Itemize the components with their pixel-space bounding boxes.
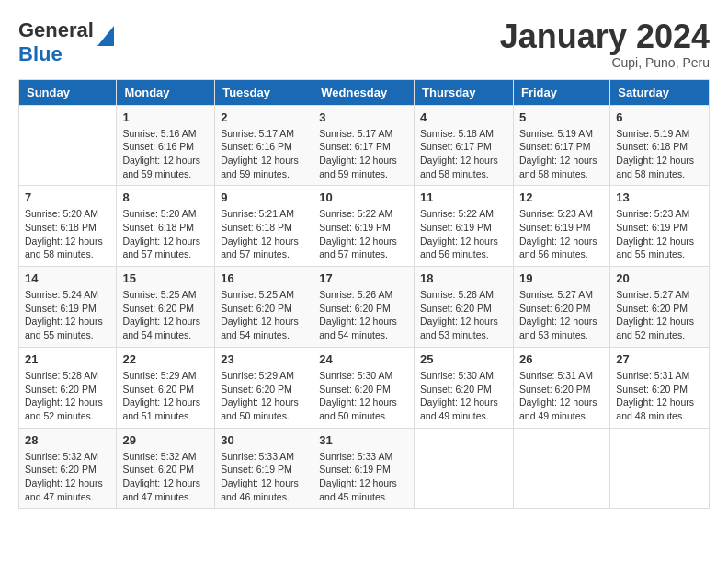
day-number: 5	[519, 110, 604, 124]
calendar-cell: 14 Sunrise: 5:24 AMSunset: 6:19 PMDaylig…	[19, 267, 117, 348]
month-title: January 2024	[500, 18, 710, 55]
day-number: 28	[25, 433, 110, 447]
day-info: Sunrise: 5:32 AMSunset: 6:20 PMDaylight:…	[25, 451, 103, 502]
calendar-cell: 24 Sunrise: 5:30 AMSunset: 6:20 PMDaylig…	[313, 347, 415, 428]
day-number: 15	[122, 271, 209, 285]
calendar-cell: 1 Sunrise: 5:16 AMSunset: 6:16 PMDayligh…	[117, 105, 215, 186]
day-number: 11	[420, 190, 507, 204]
day-number: 27	[616, 352, 703, 366]
calendar-cell	[513, 428, 609, 509]
day-info: Sunrise: 5:16 AMSunset: 6:16 PMDaylight:…	[122, 128, 200, 179]
day-number: 6	[616, 110, 703, 124]
day-number: 10	[319, 190, 408, 204]
week-row-4: 21 Sunrise: 5:28 AMSunset: 6:20 PMDaylig…	[19, 347, 710, 428]
calendar-cell: 15 Sunrise: 5:25 AMSunset: 6:20 PMDaylig…	[117, 267, 215, 348]
day-info: Sunrise: 5:30 AMSunset: 6:20 PMDaylight:…	[420, 370, 498, 421]
day-number: 4	[420, 110, 507, 124]
svg-marker-0	[97, 26, 114, 46]
day-info: Sunrise: 5:17 AMSunset: 6:17 PMDaylight:…	[319, 128, 397, 179]
day-number: 2	[221, 110, 307, 124]
calendar-cell: 2 Sunrise: 5:17 AMSunset: 6:16 PMDayligh…	[215, 105, 313, 186]
calendar-cell: 7 Sunrise: 5:20 AMSunset: 6:18 PMDayligh…	[19, 186, 117, 267]
day-info: Sunrise: 5:29 AMSunset: 6:20 PMDaylight:…	[122, 370, 200, 421]
calendar-cell: 29 Sunrise: 5:32 AMSunset: 6:20 PMDaylig…	[117, 428, 215, 509]
day-info: Sunrise: 5:18 AMSunset: 6:17 PMDaylight:…	[420, 128, 498, 179]
calendar-cell	[415, 428, 514, 509]
header-day-monday: Monday	[117, 79, 215, 105]
calendar-cell: 6 Sunrise: 5:19 AMSunset: 6:18 PMDayligh…	[610, 105, 710, 186]
calendar-cell: 20 Sunrise: 5:27 AMSunset: 6:20 PMDaylig…	[610, 267, 710, 348]
location-subtitle: Cupi, Puno, Peru	[500, 55, 710, 70]
day-number: 18	[420, 271, 507, 285]
calendar-cell: 28 Sunrise: 5:32 AMSunset: 6:20 PMDaylig…	[19, 428, 117, 509]
day-info: Sunrise: 5:20 AMSunset: 6:18 PMDaylight:…	[122, 208, 200, 259]
logo-icon	[97, 26, 114, 46]
day-number: 3	[319, 110, 408, 124]
calendar-cell: 21 Sunrise: 5:28 AMSunset: 6:20 PMDaylig…	[19, 347, 117, 428]
calendar-cell: 8 Sunrise: 5:20 AMSunset: 6:18 PMDayligh…	[117, 186, 215, 267]
header-day-wednesday: Wednesday	[313, 79, 415, 105]
calendar-cell: 9 Sunrise: 5:21 AMSunset: 6:18 PMDayligh…	[215, 186, 313, 267]
header-day-tuesday: Tuesday	[215, 79, 313, 105]
page-header: General Blue January 2024 Cupi, Puno, Pe…	[18, 18, 710, 70]
week-row-3: 14 Sunrise: 5:24 AMSunset: 6:19 PMDaylig…	[19, 267, 710, 348]
day-info: Sunrise: 5:26 AMSunset: 6:20 PMDaylight:…	[420, 289, 498, 340]
calendar-cell: 10 Sunrise: 5:22 AMSunset: 6:19 PMDaylig…	[313, 186, 415, 267]
day-info: Sunrise: 5:25 AMSunset: 6:20 PMDaylight:…	[122, 289, 200, 340]
header-day-sunday: Sunday	[19, 79, 117, 105]
day-info: Sunrise: 5:27 AMSunset: 6:20 PMDaylight:…	[519, 289, 597, 340]
day-info: Sunrise: 5:23 AMSunset: 6:19 PMDaylight:…	[519, 208, 597, 259]
day-info: Sunrise: 5:30 AMSunset: 6:20 PMDaylight:…	[319, 370, 397, 421]
logo-blue: Blue	[18, 42, 63, 65]
day-info: Sunrise: 5:33 AMSunset: 6:19 PMDaylight:…	[319, 451, 397, 502]
day-info: Sunrise: 5:26 AMSunset: 6:20 PMDaylight:…	[319, 289, 397, 340]
calendar-cell: 30 Sunrise: 5:33 AMSunset: 6:19 PMDaylig…	[215, 428, 313, 509]
day-info: Sunrise: 5:24 AMSunset: 6:19 PMDaylight:…	[25, 289, 103, 340]
day-number: 22	[122, 352, 209, 366]
calendar-cell	[610, 428, 710, 509]
logo-general: General	[18, 18, 94, 41]
day-info: Sunrise: 5:28 AMSunset: 6:20 PMDaylight:…	[25, 370, 103, 421]
day-number: 23	[221, 352, 307, 366]
day-number: 13	[616, 190, 703, 204]
calendar-cell: 3 Sunrise: 5:17 AMSunset: 6:17 PMDayligh…	[313, 105, 415, 186]
day-number: 31	[319, 433, 408, 447]
day-info: Sunrise: 5:33 AMSunset: 6:19 PMDaylight:…	[221, 451, 299, 502]
header-day-saturday: Saturday	[610, 79, 710, 105]
day-number: 17	[319, 271, 408, 285]
day-number: 30	[221, 433, 307, 447]
day-info: Sunrise: 5:19 AMSunset: 6:18 PMDaylight:…	[616, 128, 694, 179]
calendar-cell: 18 Sunrise: 5:26 AMSunset: 6:20 PMDaylig…	[415, 267, 514, 348]
calendar-cell	[19, 105, 117, 186]
day-info: Sunrise: 5:31 AMSunset: 6:20 PMDaylight:…	[519, 370, 597, 421]
day-number: 29	[122, 433, 209, 447]
calendar-cell: 31 Sunrise: 5:33 AMSunset: 6:19 PMDaylig…	[313, 428, 415, 509]
calendar-cell: 25 Sunrise: 5:30 AMSunset: 6:20 PMDaylig…	[415, 347, 514, 428]
day-number: 8	[122, 190, 209, 204]
day-info: Sunrise: 5:17 AMSunset: 6:16 PMDaylight:…	[221, 128, 299, 179]
calendar-cell: 22 Sunrise: 5:29 AMSunset: 6:20 PMDaylig…	[117, 347, 215, 428]
header-day-thursday: Thursday	[415, 79, 514, 105]
day-info: Sunrise: 5:19 AMSunset: 6:17 PMDaylight:…	[519, 128, 597, 179]
calendar-cell: 16 Sunrise: 5:25 AMSunset: 6:20 PMDaylig…	[215, 267, 313, 348]
day-number: 21	[25, 352, 110, 366]
calendar-cell: 27 Sunrise: 5:31 AMSunset: 6:20 PMDaylig…	[610, 347, 710, 428]
week-row-2: 7 Sunrise: 5:20 AMSunset: 6:18 PMDayligh…	[19, 186, 710, 267]
calendar-table: SundayMondayTuesdayWednesdayThursdayFrid…	[18, 79, 710, 510]
day-number: 12	[519, 190, 604, 204]
day-info: Sunrise: 5:32 AMSunset: 6:20 PMDaylight:…	[122, 451, 200, 502]
day-number: 20	[616, 271, 703, 285]
day-info: Sunrise: 5:25 AMSunset: 6:20 PMDaylight:…	[221, 289, 299, 340]
calendar-cell: 13 Sunrise: 5:23 AMSunset: 6:19 PMDaylig…	[610, 186, 710, 267]
day-number: 9	[221, 190, 307, 204]
day-number: 25	[420, 352, 507, 366]
day-info: Sunrise: 5:23 AMSunset: 6:19 PMDaylight:…	[616, 208, 694, 259]
header-row: SundayMondayTuesdayWednesdayThursdayFrid…	[19, 79, 710, 105]
logo: General Blue	[18, 18, 114, 66]
day-info: Sunrise: 5:20 AMSunset: 6:18 PMDaylight:…	[25, 208, 103, 259]
header-day-friday: Friday	[513, 79, 609, 105]
day-info: Sunrise: 5:22 AMSunset: 6:19 PMDaylight:…	[420, 208, 498, 259]
day-info: Sunrise: 5:27 AMSunset: 6:20 PMDaylight:…	[616, 289, 694, 340]
day-number: 7	[25, 190, 110, 204]
day-info: Sunrise: 5:21 AMSunset: 6:18 PMDaylight:…	[221, 208, 299, 259]
